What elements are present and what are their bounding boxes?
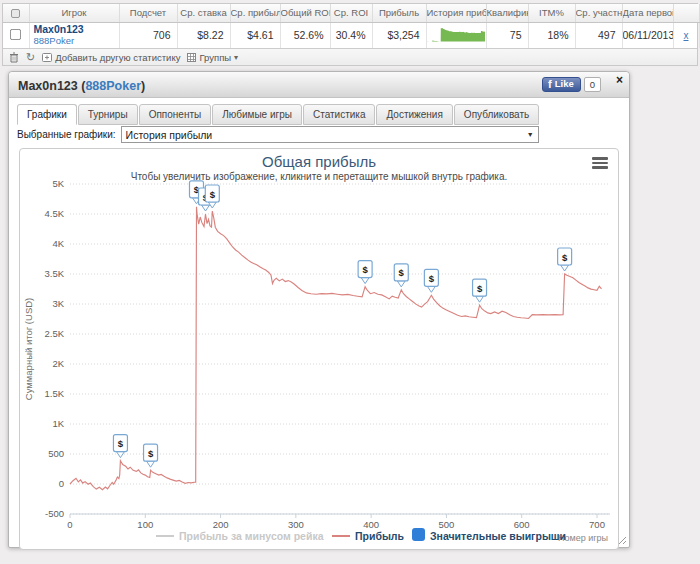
svg-text:0: 0 — [67, 519, 72, 530]
row-checkbox[interactable] — [10, 29, 21, 40]
svg-text:0: 0 — [59, 478, 64, 489]
svg-text:100: 100 — [137, 519, 153, 530]
svg-text:Прибыль: Прибыль — [355, 530, 405, 542]
tabs-bar: ГрафикиТурнирыОппонентыЛюбимые игрыСтати… — [9, 98, 629, 122]
svg-text:500: 500 — [438, 519, 454, 530]
first-date-value: 06/11/2013 — [622, 22, 673, 48]
col-avg-entrants[interactable]: Ср. участни — [575, 4, 622, 22]
tab-publish[interactable]: Опубликовать — [454, 104, 539, 125]
col-player[interactable]: Игрок — [29, 4, 119, 22]
svg-text:700: 700 — [589, 519, 605, 530]
svg-text:300: 300 — [288, 519, 304, 530]
col-itm[interactable]: ITM% — [528, 4, 575, 22]
facebook-like-count: 0 — [584, 77, 601, 92]
graph-selector-row: Выбранные графики: История прибыли ▼ — [9, 122, 629, 146]
svg-text:$: $ — [362, 264, 368, 275]
col-avg-stake[interactable]: Ср. ставка — [177, 4, 230, 22]
svg-text:$: $ — [399, 267, 405, 278]
col-first-date[interactable]: Дата первой — [622, 4, 673, 22]
profit-value: $3,254 — [372, 22, 426, 48]
svg-text:3K: 3K — [52, 298, 64, 309]
svg-text:Общая прибыль: Общая прибыль — [262, 153, 376, 170]
total-roi-value: 52.6% — [280, 22, 330, 48]
groups-grid-icon — [187, 53, 196, 62]
svg-text:2.5K: 2.5K — [44, 328, 64, 339]
tab-statistics[interactable]: Статистика — [303, 104, 376, 125]
svg-text:2K: 2K — [52, 358, 64, 369]
col-count[interactable]: Подсчет — [119, 4, 177, 22]
close-icon[interactable]: × — [616, 72, 623, 88]
svg-text:4.5K: 4.5K — [44, 208, 64, 219]
svg-text:200: 200 — [213, 519, 229, 530]
site-link[interactable]: 888Poker — [34, 35, 119, 46]
avg-entrants-value: 497 — [575, 22, 622, 48]
profit-chart[interactable]: -50005001K1.5K2K2.5K3K3.5K4K4.5K5K010020… — [20, 149, 618, 548]
table-header-row: Игрок Подсчет Ср. ставка Ср. прибыл Общи… — [3, 4, 699, 22]
svg-text:500: 500 — [48, 448, 64, 459]
col-avg-profit[interactable]: Ср. прибыл — [230, 4, 280, 22]
page: Игрок Подсчет Ср. ставка Ср. прибыл Общи… — [0, 0, 700, 564]
facebook-like-button[interactable]: fLike — [542, 77, 581, 92]
chevron-down-icon: ▼ — [527, 131, 534, 138]
svg-text:$: $ — [429, 273, 435, 284]
profit-history-sparkline[interactable] — [427, 26, 485, 42]
svg-text:400: 400 — [363, 519, 379, 530]
facebook-logo-icon: f — [548, 79, 552, 89]
chart-container: -50005001K1.5K2K2.5K3K3.5K4K4.5K5K010020… — [19, 148, 619, 550]
graph-type-select[interactable]: История прибыли ▼ — [121, 126, 539, 143]
table-toolbar: ↻ Добавить другую статистику Группы ▾ — [3, 48, 697, 65]
count-value: 706 — [119, 22, 177, 48]
svg-text:-500: -500 — [45, 508, 64, 519]
col-total-roi[interactable]: Общий ROI — [280, 4, 330, 22]
avg-roi-value: 30.4% — [330, 22, 372, 48]
player-stats-table: Игрок Подсчет Ср. ставка Ср. прибыл Общи… — [2, 3, 698, 66]
avg-profit-value: $4.61 — [230, 22, 280, 48]
svg-text:5K: 5K — [52, 178, 64, 189]
tab-achievements[interactable]: Достижения — [376, 104, 452, 125]
select-all-checkbox[interactable] — [11, 9, 20, 18]
groups-caret-icon: ▾ — [234, 53, 238, 62]
facebook-like-widget: fLike 0 — [542, 77, 601, 92]
player-panel: Max0n123 (888Poker) fLike 0 × ГрафикиТур… — [8, 71, 630, 548]
svg-text:Прибыль за минусом рейка: Прибыль за минусом рейка — [179, 530, 324, 542]
itm-value: 18% — [528, 22, 575, 48]
svg-text:Суммарный итог (USD): Суммарный итог (USD) — [23, 298, 34, 400]
col-qualified[interactable]: Квалифик — [486, 4, 528, 22]
col-profit[interactable]: Прибыль — [372, 4, 426, 22]
svg-text:3.5K: 3.5K — [44, 268, 64, 279]
remove-row-link[interactable]: x — [684, 30, 689, 41]
svg-text:$: $ — [118, 438, 124, 449]
svg-text:4K: 4K — [52, 238, 64, 249]
chart-menu-button[interactable] — [592, 157, 608, 171]
resize-grip[interactable] — [618, 536, 627, 545]
svg-text:$: $ — [477, 283, 483, 294]
avg-stake-value: $8.22 — [177, 22, 230, 48]
svg-text:$: $ — [562, 252, 568, 263]
svg-text:600: 600 — [514, 519, 530, 530]
add-statistic-icon — [42, 53, 52, 62]
tab-graphs[interactable]: Графики — [17, 104, 77, 125]
svg-text:1.5K: 1.5K — [44, 388, 64, 399]
svg-text:$: $ — [210, 189, 216, 200]
graph-selector-label: Выбранные графики: — [17, 129, 116, 140]
panel-site-link[interactable]: 888Poker — [85, 79, 141, 93]
col-avg-roi[interactable]: Ср. ROI — [330, 4, 372, 22]
panel-title: Max0n123 (888Poker) — [18, 79, 145, 93]
tab-favorite-games[interactable]: Любимые игры — [212, 104, 302, 125]
qualified-value: 75 — [486, 22, 528, 48]
svg-text:Чтобы увеличить изображение, к: Чтобы увеличить изображение, кликните и … — [131, 171, 508, 182]
tab-opponents[interactable]: Оппоненты — [139, 104, 212, 125]
tab-tournaments[interactable]: Турниры — [78, 104, 138, 125]
svg-text:Значительные выигрыши: Значительные выигрыши — [430, 530, 566, 542]
add-statistic-button[interactable]: Добавить другую статистику — [42, 52, 180, 63]
svg-text:$: $ — [148, 448, 154, 459]
svg-text:1K: 1K — [52, 418, 64, 429]
col-profit-history[interactable]: История прибы — [426, 4, 486, 22]
trash-icon[interactable] — [9, 52, 19, 63]
groups-button[interactable]: Группы ▾ — [187, 52, 238, 63]
player-name-link[interactable]: Max0n123 — [34, 24, 119, 35]
table-row: Max0n123 888Poker 706 $8.22 $4.61 52.6% … — [3, 22, 699, 48]
refresh-icon[interactable]: ↻ — [26, 52, 35, 62]
panel-header: Max0n123 (888Poker) fLike 0 × — [9, 72, 629, 98]
